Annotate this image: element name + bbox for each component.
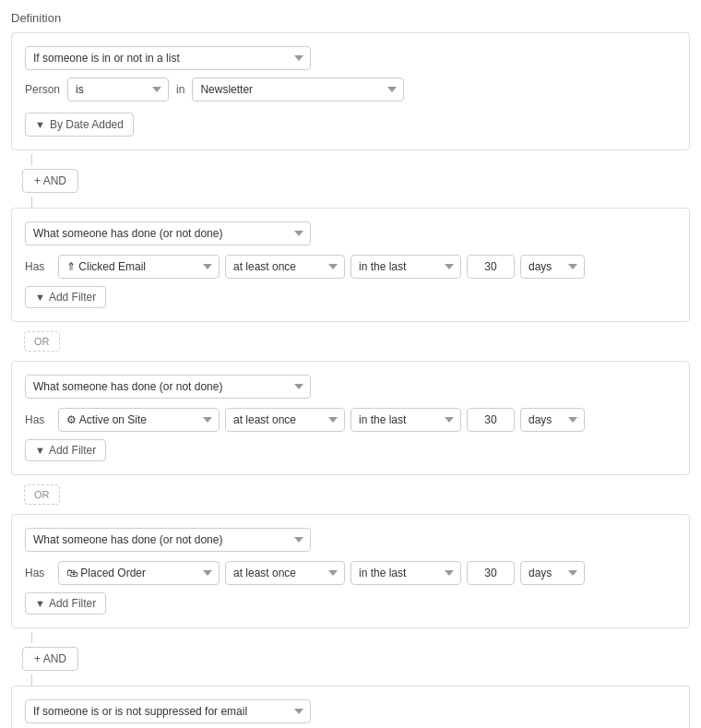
active-on-site-card: What someone has done (or not done) Has … bbox=[11, 361, 690, 475]
time-period-select-2[interactable]: in the last bbox=[350, 408, 461, 432]
add-filter-button-1[interactable]: ▼ Add Filter bbox=[25, 286, 106, 308]
or-badge-1: OR bbox=[24, 331, 60, 352]
filter-icon-1: ▼ bbox=[35, 292, 45, 303]
unit-select-1[interactable]: days bbox=[520, 255, 585, 279]
what-done-select-3[interactable]: What someone has done (or not done) bbox=[25, 528, 311, 552]
add-filter-button-2[interactable]: ▼ Add Filter bbox=[25, 439, 106, 461]
unit-select-3[interactable]: days bbox=[520, 561, 585, 585]
suppressed-card: If someone is or is not suppressed for e… bbox=[11, 686, 690, 728]
number-input-1[interactable] bbox=[467, 255, 515, 279]
newsletter-select[interactable]: Newsletter bbox=[192, 78, 404, 101]
time-period-select-1[interactable]: in the last bbox=[350, 255, 461, 279]
number-input-2[interactable] bbox=[467, 408, 515, 432]
what-done-select-1[interactable]: What someone has done (or not done) bbox=[25, 221, 311, 245]
frequency-select-3[interactable]: at least once bbox=[225, 561, 345, 585]
time-period-select-3[interactable]: in the last bbox=[350, 561, 461, 585]
frequency-select-1[interactable]: at least once bbox=[225, 255, 345, 279]
list-condition-select[interactable]: If someone is in or not in a list bbox=[25, 46, 311, 70]
person-label: Person bbox=[25, 83, 60, 96]
filter-icon-3: ▼ bbox=[35, 598, 45, 609]
and-button-1[interactable]: + AND bbox=[22, 169, 78, 193]
clicked-email-card: What someone has done (or not done) Has … bbox=[11, 208, 690, 322]
unit-select-2[interactable]: days bbox=[520, 408, 585, 432]
by-date-added-button[interactable]: ▼ By Date Added bbox=[25, 113, 134, 137]
or-badge-2: OR bbox=[24, 484, 60, 505]
suppressed-condition-select[interactable]: If someone is or is not suppressed for e… bbox=[25, 699, 311, 723]
filter-icon-2: ▼ bbox=[35, 445, 45, 456]
in-label: in bbox=[176, 83, 184, 96]
has-label-2: Has bbox=[25, 413, 53, 426]
has-label-3: Has bbox=[25, 567, 53, 579]
definition-card: If someone is in or not in a list Person… bbox=[11, 32, 690, 150]
action-select-2[interactable]: ⚙ Active on Site bbox=[58, 408, 220, 432]
what-done-select-2[interactable]: What someone has done (or not done) bbox=[25, 375, 311, 399]
number-input-3[interactable] bbox=[467, 561, 515, 585]
add-filter-button-3[interactable]: ▼ Add Filter bbox=[25, 592, 106, 615]
by-date-label: By Date Added bbox=[50, 118, 124, 131]
placed-order-card: What someone has done (or not done) Has … bbox=[11, 514, 690, 628]
filter-icon: ▼ bbox=[35, 119, 45, 130]
action-select-3[interactable]: 🛍 Placed Order bbox=[58, 561, 220, 585]
person-is-select[interactable]: is bbox=[67, 78, 169, 101]
has-label-1: Has bbox=[25, 260, 53, 273]
frequency-select-2[interactable]: at least once bbox=[225, 408, 345, 432]
and-button-2[interactable]: + AND bbox=[22, 647, 78, 671]
action-select-1[interactable]: ⇑ Clicked Email bbox=[58, 255, 220, 279]
section-title: Definition bbox=[11, 11, 690, 25]
